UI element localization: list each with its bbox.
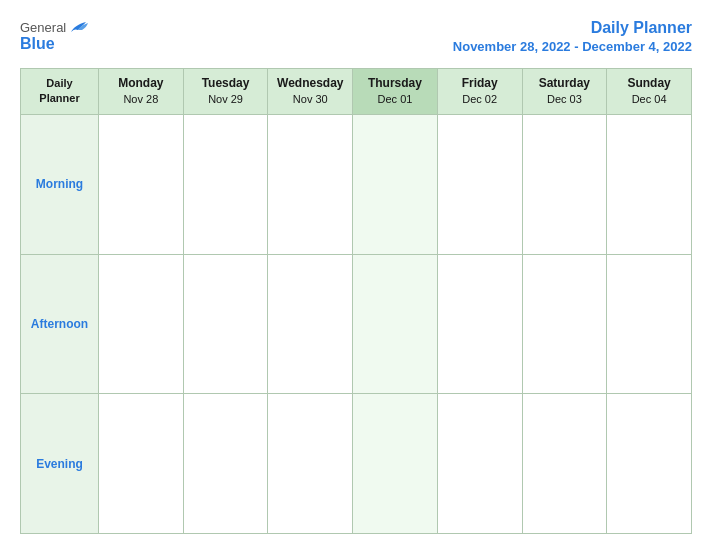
table-row-morning: Morning bbox=[21, 114, 692, 254]
cell-evening-tuesday[interactable] bbox=[183, 394, 268, 534]
cell-afternoon-saturday[interactable] bbox=[522, 254, 607, 394]
cell-morning-sunday[interactable] bbox=[607, 114, 692, 254]
label-column-header: Daily Planner bbox=[21, 68, 99, 114]
logo-bird-icon bbox=[68, 18, 90, 36]
cell-evening-wednesday[interactable] bbox=[268, 394, 353, 534]
column-header-sunday: SundayDec 04 bbox=[607, 68, 692, 114]
logo-general-text: General bbox=[20, 20, 66, 36]
cell-evening-saturday[interactable] bbox=[522, 394, 607, 534]
cell-afternoon-tuesday[interactable] bbox=[183, 254, 268, 394]
cell-evening-thursday[interactable] bbox=[353, 394, 438, 534]
cell-afternoon-friday[interactable] bbox=[437, 254, 522, 394]
cell-morning-wednesday[interactable] bbox=[268, 114, 353, 254]
cell-morning-friday[interactable] bbox=[437, 114, 522, 254]
app-title: Daily Planner bbox=[453, 18, 692, 39]
column-header-saturday: SaturdayDec 03 bbox=[522, 68, 607, 114]
title-block: Daily Planner November 28, 2022 - Decemb… bbox=[453, 18, 692, 54]
cell-afternoon-monday[interactable] bbox=[99, 254, 184, 394]
planner-table: Daily Planner MondayNov 28TuesdayNov 29W… bbox=[20, 68, 692, 534]
cell-morning-tuesday[interactable] bbox=[183, 114, 268, 254]
cell-morning-monday[interactable] bbox=[99, 114, 184, 254]
cell-morning-saturday[interactable] bbox=[522, 114, 607, 254]
column-header-monday: MondayNov 28 bbox=[99, 68, 184, 114]
header: General Blue Daily Planner November 28, … bbox=[20, 18, 692, 54]
cell-afternoon-thursday[interactable] bbox=[353, 254, 438, 394]
column-header-wednesday: WednesdayNov 30 bbox=[268, 68, 353, 114]
column-header-friday: FridayDec 02 bbox=[437, 68, 522, 114]
logo: General Blue bbox=[20, 18, 90, 52]
row-label-afternoon: Afternoon bbox=[21, 254, 99, 394]
cell-evening-monday[interactable] bbox=[99, 394, 184, 534]
logo-blue-text: Blue bbox=[20, 36, 55, 52]
column-header-tuesday: TuesdayNov 29 bbox=[183, 68, 268, 114]
cell-morning-thursday[interactable] bbox=[353, 114, 438, 254]
date-range: November 28, 2022 - December 4, 2022 bbox=[453, 39, 692, 54]
header-row: Daily Planner MondayNov 28TuesdayNov 29W… bbox=[21, 68, 692, 114]
row-label-morning: Morning bbox=[21, 114, 99, 254]
cell-afternoon-wednesday[interactable] bbox=[268, 254, 353, 394]
table-row-evening: Evening bbox=[21, 394, 692, 534]
column-header-thursday: ThursdayDec 01 bbox=[353, 68, 438, 114]
cell-afternoon-sunday[interactable] bbox=[607, 254, 692, 394]
page: General Blue Daily Planner November 28, … bbox=[0, 0, 712, 550]
cell-evening-sunday[interactable] bbox=[607, 394, 692, 534]
row-label-evening: Evening bbox=[21, 394, 99, 534]
cell-evening-friday[interactable] bbox=[437, 394, 522, 534]
table-row-afternoon: Afternoon bbox=[21, 254, 692, 394]
